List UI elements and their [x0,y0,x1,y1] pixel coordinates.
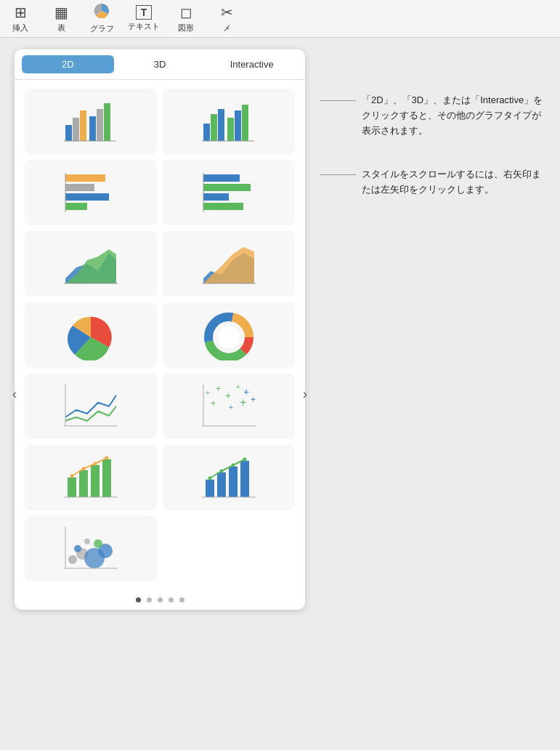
shape-label: 図形 [178,23,194,33]
svg-rect-62 [229,467,238,497]
svg-rect-20 [203,174,240,182]
svg-marker-29 [203,247,254,283]
svg-rect-16 [65,184,94,191]
svg-text:+: + [236,383,240,391]
svg-rect-53 [91,465,100,497]
svg-point-74 [94,539,102,548]
callout-tabs: 「2D」、「3D」、または「Interactive」をクリックすると、その他のグ… [320,93,545,138]
svg-text:+: + [229,403,233,411]
svg-rect-6 [104,103,110,141]
svg-rect-9 [211,114,217,141]
chart-cell-line-1[interactable] [25,374,157,439]
svg-text:+: + [216,384,221,394]
shape-icon: ◻ [180,4,192,21]
text-label: テキスト [128,21,160,32]
chart-cell-donut[interactable] [163,302,295,368]
svg-point-64 [208,477,212,480]
svg-point-55 [70,475,74,478]
chart-cell-bar-grouped-1[interactable] [25,89,157,154]
chart-panel-wrapper: ‹ 2D 3D Interactive [15,49,305,738]
chart-panel: 2D 3D Interactive [15,49,305,610]
svg-point-67 [243,458,247,461]
chart-cell-combo-2[interactable] [163,445,295,510]
toolbar-text[interactable]: T テキスト [128,5,160,32]
callout-line-1 [320,100,356,101]
toolbar-insert[interactable]: ⊞ 挿入 [6,4,35,33]
svg-rect-11 [227,118,234,141]
svg-rect-15 [65,174,105,182]
page-wrapper: ⊞ 挿入 ▦ 表 グラフ T テキスト ◻ 図形 [0,0,560,750]
dot-5[interactable] [179,597,184,602]
svg-point-65 [220,469,224,473]
svg-rect-61 [217,472,226,497]
chart-cell-combo-1[interactable] [25,445,157,510]
chart-grid: + + + + + + + + + [15,80,305,590]
svg-text:+: + [206,389,210,397]
svg-rect-18 [65,203,87,210]
callout-line-2 [320,174,356,175]
callout-arrows: スタイルをスクロールするには、右矢印または左矢印をクリックします。 [320,167,545,198]
chart-cell-area-1[interactable] [25,231,157,297]
svg-point-57 [94,462,97,466]
callout-text-1: 「2D」、「3D」、または「Interactive」をクリックすると、その他のグ… [362,93,545,138]
svg-rect-51 [68,477,76,497]
toolbar-table[interactable]: ▦ 表 [46,4,76,33]
svg-text:+: + [211,398,216,408]
svg-rect-52 [79,470,88,497]
svg-text:+: + [240,396,246,408]
insert-label: 挿入 [12,23,28,33]
callout-text-2: スタイルをスクロールするには、右矢印または左矢印をクリックします。 [362,167,545,198]
tab-row: 2D 3D Interactive [15,49,305,80]
dot-4[interactable] [169,597,174,602]
table-icon: ▦ [54,4,68,21]
dot-2[interactable] [147,597,152,602]
svg-point-66 [232,464,235,467]
dot-1[interactable] [136,597,141,602]
arrow-right-button[interactable]: › [295,384,315,404]
svg-text:+: + [225,390,231,401]
chart-cell-bar-grouped-2[interactable] [163,89,295,154]
svg-rect-17 [65,193,109,201]
chart-cell-hbar-1[interactable] [25,160,157,225]
svg-marker-26 [65,249,116,283]
svg-text:+: + [251,395,256,405]
media-icon: ✂ [221,4,233,21]
svg-rect-1 [65,125,72,141]
svg-rect-63 [240,461,249,497]
svg-rect-22 [203,193,229,201]
svg-point-56 [82,467,86,471]
toolbar-shape[interactable]: ◻ 図形 [171,4,200,33]
annotations: 「2D」、「3D」、または「Interactive」をクリックすると、その他のグ… [320,49,545,738]
chart-icon [94,4,110,22]
media-label: メ [223,23,231,33]
dot-3[interactable] [158,597,163,602]
chart-cell-scatter[interactable]: + + + + + + + + + [163,374,295,439]
svg-point-58 [105,456,109,460]
toolbar-chart[interactable]: グラフ [87,4,116,34]
svg-rect-5 [97,109,103,141]
pagination [15,590,305,610]
svg-rect-21 [203,184,251,191]
tab-interactive[interactable]: Interactive [206,55,298,73]
arrow-left-button[interactable]: ‹ [4,384,25,404]
chart-cell-area-2[interactable] [163,231,295,297]
svg-rect-2 [73,118,79,141]
svg-rect-4 [89,116,96,141]
svg-rect-54 [102,459,111,497]
chart-cell-pie[interactable] [25,302,157,368]
svg-rect-10 [218,109,224,141]
chart-cell-bubble[interactable] [25,516,157,581]
svg-rect-12 [235,110,241,141]
text-icon: T [136,5,152,20]
chart-cell-hbar-2[interactable] [163,160,295,225]
tab-3d[interactable]: 3D [114,55,206,73]
svg-point-69 [68,555,77,564]
tab-2d[interactable]: 2D [22,55,114,73]
svg-rect-60 [206,480,214,497]
svg-point-75 [84,539,90,544]
svg-point-37 [218,326,240,348]
main-layout: ‹ 2D 3D Interactive [0,38,560,750]
svg-point-71 [74,545,81,552]
chart-label: グラフ [90,23,114,34]
toolbar-media[interactable]: ✂ メ [212,4,241,33]
